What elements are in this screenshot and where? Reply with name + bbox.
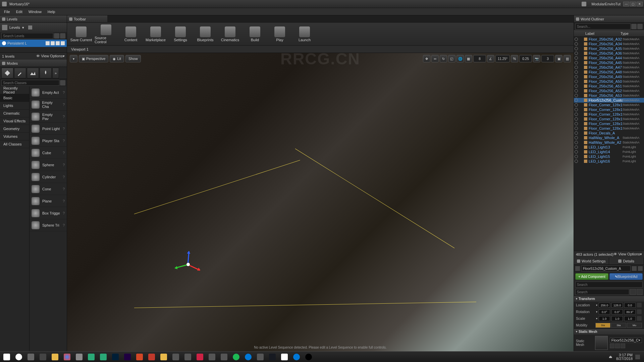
clock[interactable]: 3:17 PM 8/27/2018 [616, 353, 633, 361]
add-component-button[interactable]: + Add Component [575, 273, 608, 280]
select-mode-icon[interactable]: ✥ [423, 55, 430, 62]
use-selected-icon[interactable] [610, 344, 614, 348]
lock-scale-icon[interactable] [637, 316, 642, 321]
maximize-viewport-icon[interactable]: ▣ [555, 55, 562, 62]
eye-icon[interactable] [575, 160, 578, 163]
outliner-row[interactable]: LED_Light14PointLight [574, 149, 644, 154]
taskbar-app[interactable] [207, 353, 217, 361]
taskbar-spotify[interactable] [231, 353, 241, 361]
outliner-row[interactable]: Floor_256x256_A49StaticMeshA [574, 74, 644, 79]
info-icon[interactable]: ? [63, 163, 65, 167]
outliner-row[interactable]: Floor_256x256_A47StaticMeshA [574, 65, 644, 70]
mesh-thumbnail[interactable] [595, 336, 608, 350]
eye-icon[interactable] [575, 47, 578, 50]
mode-category-geometry[interactable]: Geometry [0, 125, 29, 133]
outliner-search-input[interactable] [575, 23, 631, 29]
eye-icon[interactable] [2, 41, 6, 45]
eye-icon[interactable] [575, 117, 578, 121]
place-item[interactable]: Point Light? [30, 123, 67, 135]
selected-actor-name[interactable] [581, 265, 631, 272]
component-search-input[interactable] [575, 282, 643, 288]
outliner-row[interactable]: Floor_256x256_A32StaticMeshA [574, 37, 644, 42]
place-item[interactable]: Sphere Tri? [30, 219, 67, 231]
camera-speed-icon[interactable]: 📷 [533, 55, 540, 62]
scale-z-input[interactable]: 1.0 [624, 316, 636, 321]
reset-icon[interactable] [637, 309, 642, 314]
mode-category-volumes[interactable]: Volumes [0, 133, 29, 140]
eye-icon[interactable] [575, 42, 578, 46]
toolbar-blueprints-button[interactable]: Blueprints [194, 24, 217, 44]
transform-gizmo[interactable] [181, 251, 208, 278]
taskbar-unreal[interactable] [303, 353, 314, 361]
level-option-icon[interactable] [51, 41, 55, 45]
eye-icon[interactable] [575, 70, 578, 74]
taskbar-app[interactable] [195, 353, 205, 361]
outliner-col-label[interactable]: Label [575, 32, 621, 36]
more-modes-button[interactable]: » [52, 68, 59, 78]
property-matrix-icon[interactable] [630, 289, 636, 295]
reset-asset-icon[interactable] [621, 344, 625, 348]
mode-category-visual-effects[interactable]: Visual Effects [0, 117, 29, 125]
eye-icon[interactable] [575, 113, 578, 116]
show-button[interactable]: Show [125, 55, 141, 62]
modes-tab[interactable]: Modes [0, 60, 67, 67]
outliner-row[interactable]: Floor_256x256_A44StaticMeshA [574, 56, 644, 60]
taskbar-app[interactable] [146, 353, 157, 361]
outliner-row[interactable]: Floor_256x256_A51StaticMeshA [574, 84, 644, 88]
eye-icon[interactable] [575, 75, 578, 78]
outliner-row[interactable]: LED_Light15PointLight [574, 154, 644, 159]
menu-file[interactable]: File [1, 9, 13, 14]
snap-scale-icon[interactable]: % [511, 55, 518, 62]
outliner-row[interactable]: LED_Light16PointLight [574, 159, 644, 164]
outliner-row[interactable]: Floor_256x256_A48StaticMeshA [574, 70, 644, 74]
viewport[interactable]: ▾ ▣ Perspective ◉ Lit Show ✥ ⇔ ↻ ◱ 🌐 ▦ 8… [67, 53, 574, 351]
details-search-input[interactable] [575, 289, 629, 295]
scale-x-input[interactable]: 1.0 [599, 316, 610, 321]
world-outliner-tab[interactable]: World Outliner [574, 15, 644, 23]
cortana-button[interactable] [13, 353, 24, 361]
camera-speed-value[interactable]: 3 [541, 55, 554, 62]
snap-angle-icon[interactable]: ∠ [487, 55, 494, 62]
toolbar-source-control-button[interactable]: Source Control [95, 24, 117, 44]
outliner-row[interactable]: Floor_Decals_A [574, 131, 644, 135]
levels-tab[interactable]: Levels [0, 15, 67, 23]
rotate-mode-icon[interactable]: ↻ [440, 55, 447, 62]
eye-icon[interactable] [575, 141, 578, 144]
level-option-icon[interactable] [46, 41, 50, 45]
taskbar-app[interactable] [243, 353, 254, 361]
perspective-button[interactable]: ▣ Perspective [79, 55, 108, 62]
eye-icon[interactable] [575, 52, 578, 55]
taskbar-app[interactable] [182, 353, 193, 361]
place-item[interactable]: Empty Pav? [30, 111, 67, 123]
info-icon[interactable]: ? [63, 199, 65, 203]
outliner-col-type[interactable]: Type [621, 32, 643, 36]
search-icon[interactable] [54, 33, 59, 39]
place-item[interactable]: Cone? [30, 183, 67, 195]
outliner-row[interactable]: Floor_256x256_A52StaticMeshA [574, 88, 644, 93]
rotation-y-input[interactable]: 0.0° [611, 309, 623, 314]
location-z-input[interactable]: 0.0 [624, 303, 636, 308]
place-item[interactable]: Cylinder? [30, 171, 67, 183]
location-y-input[interactable]: 128.0 [611, 303, 623, 308]
info-icon[interactable]: ? [63, 223, 65, 227]
toolbar-build-button[interactable]: Build [244, 24, 266, 44]
place-item[interactable]: Cube? [30, 147, 67, 159]
info-icon[interactable]: ? [63, 90, 65, 95]
outliner-view-options[interactable]: 👁 View Options▾ [613, 252, 642, 256]
taskbar-app[interactable] [219, 353, 229, 361]
location-x-input[interactable]: 256.0 [599, 303, 610, 308]
world-settings-tab[interactable]: World Settings [574, 257, 609, 264]
info-icon[interactable]: ? [63, 139, 65, 143]
taskbar-app[interactable] [74, 353, 85, 361]
info-icon[interactable]: ? [63, 211, 65, 215]
taskbar-app[interactable] [134, 353, 145, 361]
paint-mode-tab[interactable] [14, 68, 26, 78]
eye-icon[interactable] [575, 99, 578, 102]
add-icon[interactable] [575, 266, 580, 271]
info-icon[interactable]: ? [63, 187, 65, 191]
search-levels-input[interactable] [1, 33, 53, 39]
browse-asset-icon[interactable] [615, 344, 620, 348]
snap-scale-value[interactable]: 0.25 [519, 55, 532, 62]
outliner-row[interactable]: Floor_256x256_A50StaticMeshA [574, 79, 644, 84]
outliner-row[interactable]: Floor_Corner_128x128StaticMeshA [574, 121, 644, 126]
